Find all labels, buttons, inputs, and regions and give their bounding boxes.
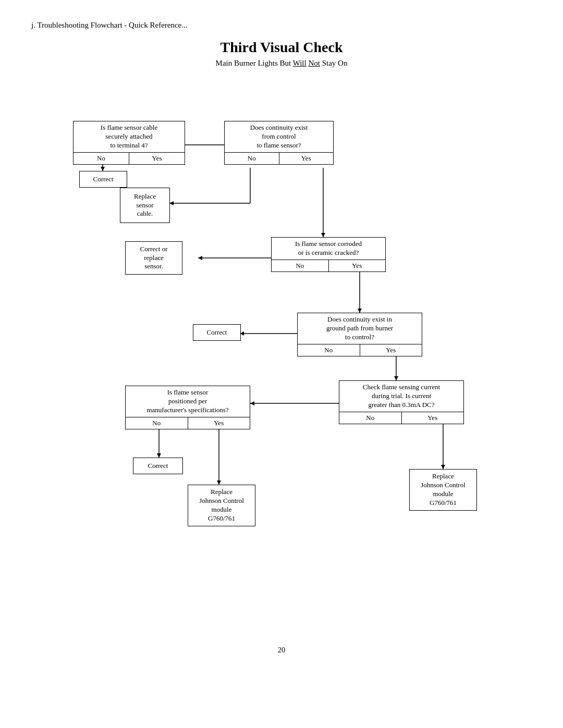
svg-marker-20 — [441, 465, 445, 469]
page-number: 20 — [31, 646, 532, 655]
replace-jc1-box: Replace Johnson Control module G760/761 — [188, 485, 255, 526]
q2-box: Does continuity exist from control to fl… — [224, 121, 334, 165]
q4-no: No — [298, 344, 360, 356]
svg-marker-18 — [250, 401, 254, 405]
page-title: Third Visual Check — [31, 39, 532, 56]
q6-text: Is flame sensor positioned per manufactu… — [126, 386, 250, 417]
q3-yes: Yes — [329, 260, 386, 272]
q3-box: Is flame sensor corroded or is ceramic c… — [271, 237, 386, 272]
svg-marker-12 — [358, 309, 362, 313]
q4-text: Does continuity exist in ground path fro… — [298, 313, 422, 344]
q4-box: Does continuity exist in ground path fro… — [297, 313, 422, 356]
replace-cable-box: Replace sensor cable. — [120, 188, 170, 223]
svg-marker-6 — [169, 201, 174, 205]
replace-jc2-box: Replace Johnson Control module G760/761 — [409, 469, 477, 511]
svg-marker-8 — [321, 233, 325, 237]
svg-marker-22 — [157, 453, 161, 458]
q5-yes: Yes — [402, 412, 464, 424]
q3-text: Is flame sensor corroded or is ceramic c… — [272, 238, 385, 260]
correct2-box: Correct — [193, 324, 241, 341]
q2-yes: Yes — [279, 153, 334, 164]
q1-text: Is flame sensor cable securely attached … — [74, 121, 185, 152]
q2-text: Does continuity exist from control to fl… — [225, 121, 333, 152]
q6-box: Is flame sensor positioned per manufactu… — [125, 386, 250, 429]
svg-marker-24 — [217, 480, 221, 485]
correct-replace-box: Correct or replace sensor. — [125, 241, 182, 275]
q1-yes: Yes — [129, 153, 185, 164]
q5-no: No — [339, 412, 402, 424]
q6-no: No — [126, 417, 188, 429]
flowchart: Is flame sensor cable securely attached … — [47, 83, 516, 631]
q5-text: Check flame sensing current during trial… — [339, 381, 463, 412]
q5-box: Check flame sensing current during trial… — [339, 380, 464, 424]
page-label: j. Troubleshooting Flowchart - Quick Ref… — [31, 21, 532, 30]
svg-marker-1 — [101, 167, 105, 171]
page-subtitle: Main Burner Lights But Will Not Stay On — [31, 59, 532, 68]
correct3-box: Correct — [133, 458, 183, 474]
q6-yes: Yes — [188, 417, 250, 429]
arrows-svg — [47, 83, 516, 631]
svg-marker-10 — [198, 256, 202, 260]
q1-no: No — [74, 153, 129, 164]
correct1-box: Correct — [79, 171, 127, 188]
svg-marker-16 — [394, 376, 398, 380]
q3-no: No — [272, 260, 329, 272]
q1-box: Is flame sensor cable securely attached … — [73, 121, 185, 165]
q4-yes: Yes — [360, 344, 422, 356]
q2-no: No — [225, 153, 279, 164]
